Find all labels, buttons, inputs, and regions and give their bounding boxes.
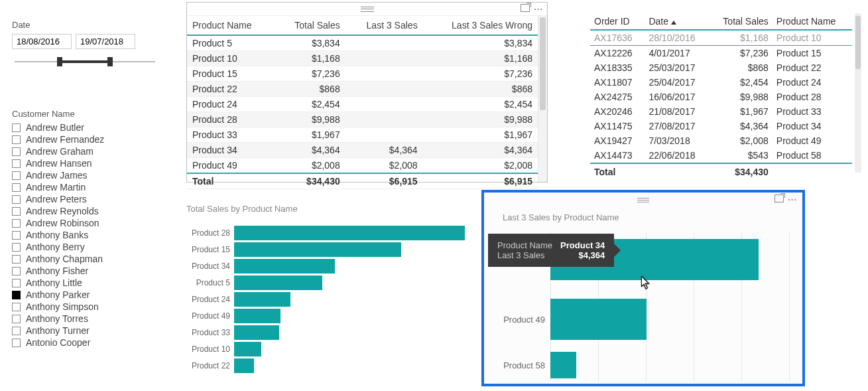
table-row[interactable]: AX122264/01/2017$7,236Product 15 [590,46,852,61]
customer-item[interactable]: Anthony Torres [12,313,158,325]
customer-item[interactable]: Andrew Butler [12,121,158,133]
checkbox-icon[interactable] [12,303,21,311]
date-from-input[interactable] [12,34,72,49]
column-header[interactable]: Total Sales [275,16,345,35]
checkbox-icon[interactable] [12,327,21,335]
bar[interactable]: Product 49 [484,299,789,340]
customer-item[interactable]: Andrew Martin [12,181,158,193]
drag-grip-icon[interactable] [637,198,649,202]
scrollbar-thumb[interactable] [540,17,546,110]
customer-item[interactable]: Anthony Parker [12,289,158,301]
checkbox-icon[interactable] [12,159,21,168]
checkbox-icon[interactable] [12,195,21,204]
bar[interactable]: Product 24 [186,292,465,307]
table-row[interactable]: Product 28$9,988$9,988 [187,112,538,127]
drag-grip-icon[interactable] [361,7,374,12]
range-handle-start[interactable] [57,57,62,66]
table-row[interactable]: Product 24$2,454$2,454 [187,97,538,112]
range-handle-end[interactable] [107,57,113,66]
customer-item[interactable]: Andrew Graham [12,145,158,157]
column-header[interactable]: Order ID [590,13,645,30]
table-row[interactable]: AX1833525/03/2017$868Product 22 [590,60,852,75]
customer-item[interactable]: Andrew Robinson [12,217,158,229]
table-row[interactable]: Product 34$4,364$4,364$4,364 [187,143,538,158]
last3-sales-chart[interactable]: ··· Last 3 Sales by Product Name Product… [481,190,805,386]
table-row[interactable]: AX2024621/08/2017$1,967Product 33 [590,104,852,119]
customer-item[interactable]: Anthony Chapman [12,253,158,265]
product-table-visual[interactable]: ··· Product NameTotal SalesLast 3 SalesL… [186,2,548,183]
customer-label: Anthony Torres [26,313,88,324]
date-to-input[interactable] [76,34,135,49]
column-header[interactable]: Last 3 Sales [345,16,423,35]
customer-item[interactable]: Anthony Fisher [12,265,158,277]
checkbox-icon[interactable] [12,219,21,228]
bar[interactable]: Product 22 [186,358,465,373]
column-header[interactable]: Date [645,13,709,30]
checkbox-icon[interactable] [12,267,21,275]
column-header[interactable]: Product Name [773,13,852,30]
checkbox-icon[interactable] [12,315,21,323]
focus-mode-icon[interactable] [521,4,530,12]
more-options-icon[interactable]: ··· [534,4,543,14]
table-row[interactable]: AX1447322/06/2018$543Product 58 [590,148,852,163]
checkbox-icon[interactable] [12,171,21,180]
table-row[interactable]: Product 22$868$868 [187,82,538,97]
table-row[interactable]: AX1147527/08/2017$4,364Product 34 [590,119,852,133]
customer-item[interactable]: Andrew Reynolds [12,205,158,217]
table-row[interactable]: AX2427516/06/2017$9,988Product 28 [590,90,852,104]
customer-item[interactable]: Andrew Hansen [12,157,158,169]
table-row[interactable]: AX1180725/04/2017$2,454Product 24 [590,75,852,90]
checkbox-icon[interactable] [12,279,21,287]
column-header[interactable]: Total Sales [710,13,773,30]
customer-item[interactable]: Anthony Berry [12,241,158,253]
column-header[interactable]: Product Name [187,16,275,35]
checkbox-icon[interactable] [12,147,21,156]
orders-table[interactable]: Order IDDateTotal SalesProduct NameAX176… [590,13,852,179]
bar[interactable]: Product 28 [186,226,465,240]
scrollbar-thumb[interactable] [855,16,861,69]
customer-item[interactable]: Anthony Banks [12,229,158,241]
customer-item[interactable]: Anthony Turner [12,325,158,337]
checkbox-icon[interactable] [12,135,21,144]
bar[interactable]: Product 34 [186,259,465,274]
more-options-icon[interactable]: ··· [788,195,797,204]
bar[interactable]: Product 10 [186,342,465,356]
date-range-slider[interactable] [15,54,155,69]
checkbox-icon[interactable] [12,255,21,264]
checkbox-icon[interactable] [12,231,21,240]
checkbox-icon[interactable] [12,291,21,299]
column-header[interactable]: Last 3 Sales Wrong [423,16,538,35]
checkbox-icon[interactable] [12,243,21,252]
customer-item[interactable]: Andrew James [12,169,158,181]
checkbox-icon[interactable] [12,123,21,132]
total-sales-chart[interactable]: Total Sales by Product Name Product 28Pr… [186,202,465,385]
table-row[interactable]: Product 10$1,168$1,168 [187,51,538,66]
customer-item[interactable]: Anthony Simpson [12,301,158,313]
customer-item[interactable]: Anthony Little [12,277,158,289]
bar[interactable]: Product 5 [186,275,465,290]
checkbox-icon[interactable] [12,339,21,347]
scrollbar[interactable] [538,16,547,182]
table-row[interactable]: Product 49$2,008$2,008$2,008 [187,158,538,174]
table-row[interactable]: Product 5$3,834$3,834 [187,35,538,51]
orders-table-visual[interactable]: Order IDDateTotal SalesProduct NameAX176… [590,13,852,179]
checkbox-icon[interactable] [12,207,21,216]
scrollbar[interactable] [855,13,861,173]
customer-label: Andrew Peters [26,194,87,204]
product-table[interactable]: Product NameTotal SalesLast 3 SalesLast … [187,16,538,189]
bar[interactable]: Product 33 [186,325,465,340]
customer-item[interactable]: Andrew Fernandez [12,133,158,145]
table-row[interactable]: Product 33$1,967$1,967 [187,127,538,143]
table-row[interactable]: AX1763628/10/2016$1,168Product 10 [590,30,852,46]
checkbox-icon[interactable] [12,183,21,192]
customer-item[interactable]: Andrew Peters [12,193,158,205]
focus-mode-icon[interactable] [775,195,784,202]
table-row[interactable]: AX194277/03/2018$2,008Product 49 [590,133,852,148]
bar[interactable]: Product 15 [186,242,465,257]
customer-label: Antonio Cooper [26,337,90,348]
table-row[interactable]: Product 15$7,236$7,236 [187,66,538,82]
bar[interactable]: Product 58 [484,352,789,378]
customer-item[interactable]: Antonio Cooper [12,337,158,349]
bar[interactable]: Product 49 [186,309,465,323]
customer-list[interactable]: Andrew ButlerAndrew FernandezAndrew Grah… [12,121,158,349]
